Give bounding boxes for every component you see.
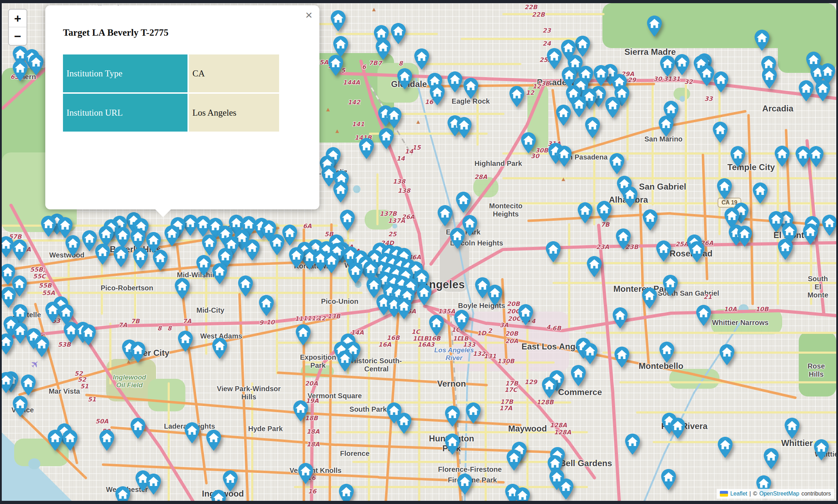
map-marker[interactable] — [323, 251, 340, 273]
map-marker[interactable] — [174, 277, 190, 299]
map-marker[interactable] — [328, 54, 344, 76]
map-marker[interactable] — [196, 255, 212, 277]
openstreetmap-link[interactable]: OpenStreetMap — [759, 491, 799, 497]
map-marker[interactable] — [295, 324, 311, 346]
map-marker[interactable] — [212, 262, 228, 284]
map-marker[interactable] — [821, 214, 836, 236]
map-marker[interactable] — [712, 121, 728, 143]
map-marker[interactable] — [237, 275, 254, 297]
map-marker[interactable] — [719, 344, 735, 366]
map-marker[interactable] — [62, 429, 78, 451]
map-marker[interactable] — [397, 68, 413, 90]
map-marker[interactable] — [556, 145, 572, 167]
map-marker[interactable] — [646, 15, 663, 37]
map-marker[interactable] — [660, 469, 677, 491]
map-marker[interactable] — [375, 39, 391, 60]
map-marker[interactable] — [641, 287, 658, 309]
map-marker[interactable] — [293, 400, 309, 422]
map-marker[interactable] — [28, 53, 44, 75]
map-marker[interactable] — [65, 234, 81, 256]
map-marker[interactable] — [386, 107, 402, 129]
map-marker[interactable] — [717, 436, 733, 458]
map-marker[interactable] — [784, 417, 800, 439]
map-marker[interactable] — [338, 483, 354, 501]
map-marker[interactable] — [449, 227, 466, 249]
map-marker[interactable] — [577, 202, 593, 224]
map-marker[interactable] — [444, 405, 461, 427]
map-marker[interactable] — [145, 473, 162, 495]
map-marker[interactable] — [269, 234, 285, 256]
map-marker[interactable] — [99, 429, 115, 451]
map-marker[interactable] — [506, 449, 522, 471]
map-marker[interactable] — [813, 439, 830, 460]
map-marker[interactable] — [288, 247, 305, 268]
map-marker[interactable] — [582, 343, 598, 365]
map-marker[interactable] — [130, 341, 146, 363]
map-marker[interactable] — [596, 200, 612, 222]
map-marker[interactable] — [609, 152, 625, 174]
map-marker[interactable] — [570, 365, 586, 387]
map-marker[interactable] — [378, 128, 394, 150]
map-marker[interactable] — [802, 223, 819, 245]
map-marker[interactable] — [670, 417, 686, 439]
map-marker[interactable] — [347, 262, 364, 284]
map-marker[interactable] — [520, 132, 537, 153]
map-marker[interactable] — [40, 215, 57, 237]
map-marker[interactable] — [210, 489, 227, 501]
map-marker[interactable] — [396, 298, 412, 320]
map-marker[interactable] — [713, 71, 729, 93]
map-marker[interactable] — [428, 314, 445, 336]
map-marker[interactable] — [615, 228, 631, 250]
map-marker[interactable] — [47, 429, 63, 451]
map-marker[interactable] — [2, 333, 14, 355]
leaflet-map[interactable]: Valley GlenShernGlendaleEagle RockHighla… — [2, 3, 836, 501]
map-marker[interactable] — [754, 29, 770, 51]
map-marker[interactable] — [453, 309, 470, 331]
map-marker[interactable] — [222, 470, 238, 492]
map-marker[interactable] — [80, 324, 97, 346]
map-marker[interactable] — [509, 85, 525, 107]
map-marker[interactable] — [716, 178, 733, 200]
map-marker[interactable] — [11, 239, 28, 261]
zoom-in-button[interactable]: + — [9, 10, 27, 27]
map-marker[interactable] — [546, 47, 562, 69]
map-marker[interactable] — [333, 181, 349, 203]
map-marker[interactable] — [20, 374, 36, 396]
map-marker[interactable] — [465, 402, 481, 424]
map-marker[interactable] — [337, 350, 353, 372]
map-marker[interactable] — [12, 395, 28, 417]
map-marker[interactable] — [444, 433, 461, 455]
map-marker[interactable] — [455, 191, 472, 213]
map-marker[interactable] — [605, 96, 621, 118]
map-marker[interactable] — [571, 96, 587, 118]
map-marker[interactable] — [390, 23, 406, 45]
map-marker[interactable] — [752, 182, 768, 204]
map-marker[interactable] — [414, 48, 430, 70]
map-marker[interactable] — [297, 463, 314, 485]
map-marker[interactable] — [655, 240, 672, 262]
map-marker[interactable] — [622, 186, 638, 208]
map-marker[interactable] — [487, 284, 503, 306]
map-marker[interactable] — [456, 117, 472, 139]
map-marker[interactable] — [12, 59, 28, 81]
popup-close-button[interactable]: × — [305, 9, 312, 21]
map-marker[interactable] — [798, 80, 814, 102]
map-marker[interactable] — [699, 64, 715, 86]
map-marker[interactable] — [761, 67, 778, 89]
map-marker[interactable] — [586, 256, 602, 278]
map-marker[interactable] — [659, 55, 676, 77]
map-marker[interactable] — [545, 241, 561, 262]
map-marker[interactable] — [541, 376, 557, 398]
map-marker[interactable] — [164, 225, 180, 247]
map-marker[interactable] — [730, 146, 746, 168]
map-marker[interactable] — [396, 412, 412, 434]
map-marker[interactable] — [34, 336, 50, 358]
map-marker[interactable] — [244, 239, 260, 261]
map-marker[interactable] — [558, 478, 574, 500]
map-marker[interactable] — [457, 473, 473, 495]
map-marker[interactable] — [593, 64, 609, 86]
zoom-out-button[interactable]: − — [9, 27, 27, 45]
map-marker[interactable] — [518, 304, 534, 326]
map-marker[interactable] — [447, 71, 463, 93]
map-marker[interactable] — [206, 429, 222, 451]
